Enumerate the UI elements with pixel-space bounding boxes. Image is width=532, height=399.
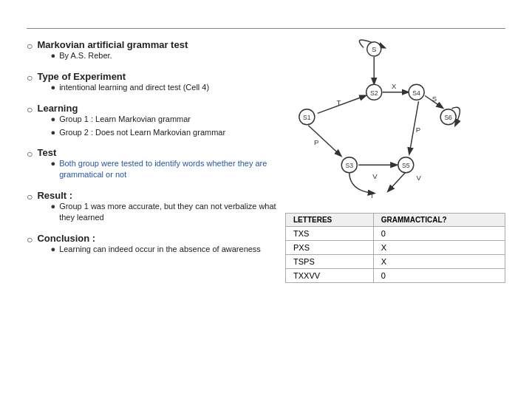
table-row: TXS0 <box>286 227 505 241</box>
sub-bullet-text: Group 2 : Does not Learn Markovian gramm… <box>59 127 225 138</box>
sub-bullet-symbol: ● <box>50 83 55 92</box>
bullet-content: Test●Both group were tested to identify … <box>37 147 278 183</box>
table-cell: PXS <box>286 241 374 255</box>
bullet-symbol: ○ <box>27 103 33 115</box>
sub-bullet-symbol: ● <box>50 202 55 211</box>
bullet-main-text: Markovian artificial grammar test <box>37 39 188 50</box>
table-cell: 0 <box>373 269 505 283</box>
sub-bullet-text: Group 1 was more accurate, but they can … <box>59 201 278 223</box>
bullet-symbol: ○ <box>27 40 33 52</box>
bullet-symbol: ○ <box>27 148 33 160</box>
sub-bullet: ●Group 2 : Does not Learn Markovian gram… <box>50 127 225 138</box>
table-row: PXSX <box>286 241 505 255</box>
bullet-item: ○Learning●Group 1 : Learn Markovian gram… <box>27 103 278 140</box>
svg-text:S5: S5 <box>402 162 410 169</box>
sub-bullet: ●Learning can indeed occur in the absenc… <box>50 244 260 255</box>
table-cell: TXS <box>286 227 374 241</box>
table-row: TXXVV0 <box>286 269 505 283</box>
svg-text:P: P <box>314 138 318 146</box>
table-cell: X <box>373 241 505 255</box>
bullet-content: Result :●Group 1 was more accurate, but … <box>37 190 278 225</box>
svg-text:V: V <box>417 174 422 182</box>
svg-text:T: T <box>369 191 374 200</box>
bullet-item: ○Type of Experiment●intentional learning… <box>27 71 278 95</box>
sub-bullet-text: intentional learning and direct test (Ce… <box>59 82 209 93</box>
bullet-main-text: Test <box>37 147 278 158</box>
sub-bullet-symbol: ● <box>50 245 55 253</box>
bullet-item: ○Test●Both group were tested to identify… <box>27 147 278 183</box>
table-row: TSPSX <box>286 255 505 269</box>
bullet-content: Markovian artificial grammar test●By A.S… <box>37 39 188 64</box>
sub-bullet-symbol: ● <box>50 128 55 137</box>
svg-text:S1: S1 <box>303 114 311 121</box>
sub-bullet-text: Both group were tested to identify words… <box>59 158 278 180</box>
svg-text:S2: S2 <box>370 89 378 97</box>
bullet-item: ○Conclusion :●Learning can indeed occur … <box>27 233 278 257</box>
bullet-content: Conclusion :●Learning can indeed occur i… <box>37 233 260 257</box>
sub-bullet: ●Group 1 : Learn Markovian grammar <box>50 114 225 125</box>
table-header-letteres: LETTERES <box>286 214 374 227</box>
sub-bullet-symbol: ● <box>50 51 55 60</box>
table-cell: X <box>373 255 505 269</box>
bullet-symbol: ○ <box>27 233 33 245</box>
bullet-main-text: Conclusion : <box>37 233 260 244</box>
table-header-grammatical: GRAMMACTICAL? <box>373 214 505 227</box>
sub-bullet-text: By A.S. Reber. <box>59 50 112 61</box>
sub-bullet: ●By A.S. Reber. <box>50 50 188 61</box>
svg-text:T: T <box>337 98 341 106</box>
sub-bullet-text: Group 1 : Learn Markovian grammar <box>59 114 191 125</box>
bullet-content: Learning●Group 1 : Learn Markovian gramm… <box>37 103 225 140</box>
sub-bullet: ●Group 1 was more accurate, but they can… <box>50 201 278 223</box>
bullet-item: ○Markovian artificial grammar test●By A.… <box>27 39 278 64</box>
grammar-diagram: S S1 S2 S3 S4 S5 <box>293 39 463 202</box>
grammar-table: LETTERES GRAMMACTICAL? TXS0PXSXTSPSXTXXV… <box>285 213 505 283</box>
table-cell: TXXVV <box>286 269 374 283</box>
left-column: ○Markovian artificial grammar test●By A.… <box>27 39 278 283</box>
bullet-symbol: ○ <box>27 191 33 202</box>
title-divider <box>27 28 505 29</box>
bullet-main-text: Result : <box>37 190 278 201</box>
bullet-main-text: Learning <box>37 103 225 114</box>
table-cell: 0 <box>373 227 505 241</box>
svg-line-1 <box>318 96 366 114</box>
sub-bullet: ●Both group were tested to identify word… <box>50 158 278 180</box>
svg-text:S: S <box>432 95 437 103</box>
svg-text:V: V <box>372 172 378 180</box>
sub-bullet-symbol: ● <box>50 115 55 123</box>
sub-bullet: ●intentional learning and direct test (C… <box>50 82 209 93</box>
slide: ○Markovian artificial grammar test●By A.… <box>0 0 532 399</box>
svg-text:S6: S6 <box>444 114 452 121</box>
svg-text:S: S <box>372 45 376 53</box>
bullet-symbol: ○ <box>27 72 33 83</box>
bullet-item: ○Result :●Group 1 was more accurate, but… <box>27 190 278 225</box>
content-area: ○Markovian artificial grammar test●By A.… <box>27 39 505 283</box>
sub-bullet-symbol: ● <box>50 159 55 168</box>
svg-text:P: P <box>416 126 420 134</box>
svg-text:X: X <box>392 82 397 90</box>
diagram-area: S S1 S2 S3 S4 S5 <box>293 39 463 202</box>
svg-text:S3: S3 <box>345 162 353 169</box>
svg-line-7 <box>388 172 406 191</box>
svg-text:S4: S4 <box>412 89 420 97</box>
svg-line-4 <box>308 126 341 156</box>
bullet-content: Type of Experiment●intentional learning … <box>37 71 209 95</box>
bullet-main-text: Type of Experiment <box>37 71 209 82</box>
table-cell: TSPS <box>286 255 374 269</box>
right-column: S S1 S2 S3 S4 S5 <box>285 39 505 283</box>
sub-bullet-text: Learning can indeed occur in the absence… <box>59 244 261 255</box>
